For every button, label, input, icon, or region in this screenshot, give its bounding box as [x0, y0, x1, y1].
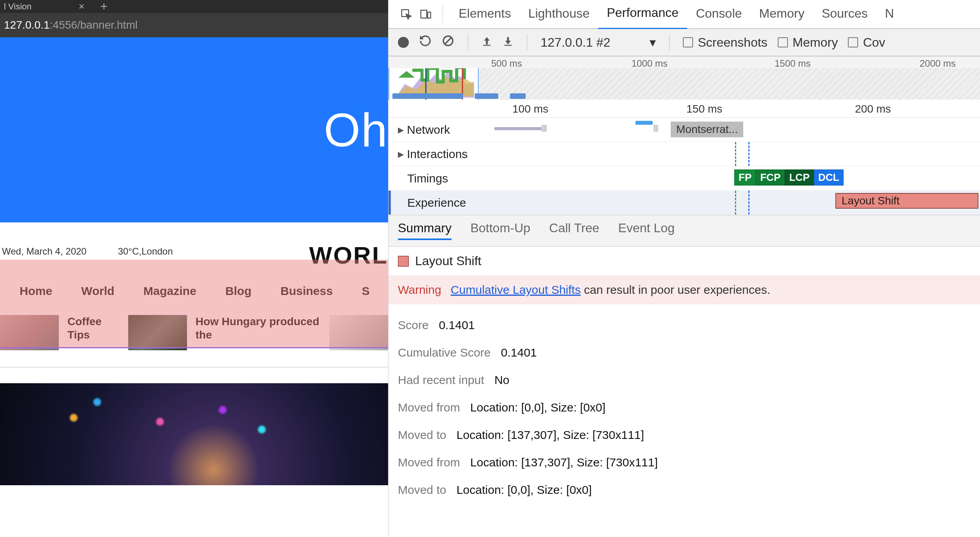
url: 127.0.0.1:4556/banner.html — [4, 19, 138, 31]
summary-row: Moved fromLocation: [0,0], Size: [0x0] — [398, 394, 971, 421]
ruler-tick: 500 ms — [491, 58, 522, 69]
separator — [527, 35, 527, 50]
svg-rect-2 — [428, 12, 431, 18]
timing-fp[interactable]: FP — [734, 169, 756, 186]
network-row[interactable]: ▶Network Montserrat... M — [388, 118, 980, 142]
page-date: Wed, March 4, 2020 — [2, 246, 87, 257]
coverage-checkbox[interactable]: Cov — [848, 35, 885, 50]
layout-shift-swatch — [398, 256, 409, 267]
tab-call-tree[interactable]: Call Tree — [549, 221, 599, 240]
timing-fcp[interactable]: FCP — [756, 169, 785, 186]
separator — [669, 35, 670, 50]
load-profile-icon[interactable] — [481, 35, 492, 50]
overview-screenshots — [388, 93, 526, 100]
ruler-tick: 2000 ms — [920, 58, 956, 69]
devtools-panel: Elements Lighthouse Performance Console … — [388, 0, 980, 537]
hero-image — [0, 383, 388, 485]
browser-window: l Vision × + 127.0.0.1:4556/banner.html … — [0, 0, 388, 537]
cls-warning: Warning Cumulative Layout Shifts can res… — [388, 275, 980, 304]
summary-heading: Layout Shift — [388, 247, 980, 275]
layout-shift-overlay — [0, 260, 388, 348]
ruler-tick: 1500 ms — [775, 58, 811, 69]
overview-pane[interactable]: 500 ms 1000 ms 1500 ms 2000 ms — [388, 56, 980, 100]
chevron-right-icon: ▶ — [398, 149, 404, 159]
tab-summary[interactable]: Summary — [398, 221, 452, 240]
memory-checkbox[interactable]: Memory — [778, 35, 838, 50]
profile-select[interactable]: 127.0.0.1 #2 ▾ — [541, 35, 656, 50]
summary-properties: Score0.1401 Cumulative Score0.1401 Had r… — [388, 304, 980, 504]
separator — [443, 5, 443, 23]
experience-row[interactable]: Experience Layout Shift — [388, 191, 980, 215]
address-bar[interactable]: 127.0.0.1:4556/banner.html — [0, 13, 388, 37]
ruler-tick: 1000 ms — [632, 58, 668, 69]
tab-title: l Vision — [4, 2, 32, 12]
layout-shift-event[interactable]: Layout Shift — [835, 193, 978, 209]
ruler-tick: 100 ms — [512, 103, 548, 115]
chevron-down-icon: ▾ — [650, 35, 656, 50]
devtools-tabs: Elements Lighthouse Performance Console … — [388, 0, 980, 29]
svg-rect-5 — [505, 45, 512, 46]
record-icon[interactable] — [398, 37, 409, 48]
summary-row: Had recent inputNo — [398, 366, 971, 394]
tab-more[interactable]: N — [877, 0, 903, 29]
interactions-row[interactable]: ▶Interactions — [388, 142, 980, 166]
tab-memory[interactable]: Memory — [751, 0, 813, 29]
close-icon[interactable]: × — [79, 0, 85, 13]
banner-heading: Oh — [324, 103, 388, 157]
device-toggle-icon[interactable] — [416, 4, 436, 24]
separator — [468, 35, 468, 50]
timing-dcl[interactable]: DCL — [814, 169, 843, 186]
browser-tab[interactable]: l Vision × — [4, 0, 85, 13]
page-weather: 30°C,London — [118, 246, 173, 257]
tab-sources[interactable]: Sources — [813, 0, 876, 29]
save-profile-icon[interactable] — [503, 35, 514, 50]
svg-rect-4 — [483, 45, 491, 46]
tab-elements[interactable]: Elements — [450, 0, 519, 29]
profile-label: 127.0.0.1 #2 — [541, 35, 610, 50]
network-resource[interactable]: Montserrat... — [671, 122, 743, 137]
tab-bottom-up[interactable]: Bottom-Up — [470, 221, 530, 240]
tab-strip: l Vision × + — [0, 0, 388, 13]
timing-markers: FP FCP LCP DCL — [734, 169, 844, 186]
perf-toolbar: 127.0.0.1 #2 ▾ Screenshots Memory Cov — [388, 29, 980, 56]
cls-link[interactable]: Cumulative Layout Shifts — [451, 283, 581, 296]
svg-rect-1 — [421, 10, 427, 18]
tab-event-log[interactable]: Event Log — [618, 221, 675, 240]
flamechart-ruler[interactable]: 100 ms 150 ms 200 ms — [388, 100, 980, 118]
timings-row[interactable]: Timings FP FCP LCP DCL — [388, 166, 980, 191]
timing-lcp[interactable]: LCP — [785, 169, 814, 186]
new-tab-icon[interactable]: + — [100, 0, 108, 14]
ruler-tick: 200 ms — [855, 103, 891, 115]
ruler-tick: 150 ms — [686, 103, 722, 115]
page-banner: Oh — [0, 37, 388, 222]
summary-row: Moved toLocation: [137,307], Size: [730x… — [398, 421, 971, 449]
tab-console[interactable]: Console — [687, 0, 750, 29]
tab-performance[interactable]: Performance — [598, 0, 687, 29]
summary-row: Cumulative Score0.1401 — [398, 339, 971, 366]
screenshots-checkbox[interactable]: Screenshots — [683, 35, 768, 50]
summary-row: Moved fromLocation: [137,307], Size: [73… — [398, 449, 971, 476]
warning-label: Warning — [398, 283, 441, 297]
reload-icon[interactable] — [419, 35, 432, 50]
summary-row: Score0.1401 — [398, 311, 971, 339]
tab-lighthouse[interactable]: Lighthouse — [519, 0, 598, 29]
inspect-icon[interactable] — [396, 4, 416, 24]
details-tabs: Summary Bottom-Up Call Tree Event Log — [388, 215, 980, 247]
summary-row: Moved toLocation: [0,0], Size: [0x0] — [398, 476, 971, 504]
clear-icon[interactable] — [442, 35, 454, 50]
chevron-right-icon: ▶ — [398, 125, 404, 135]
